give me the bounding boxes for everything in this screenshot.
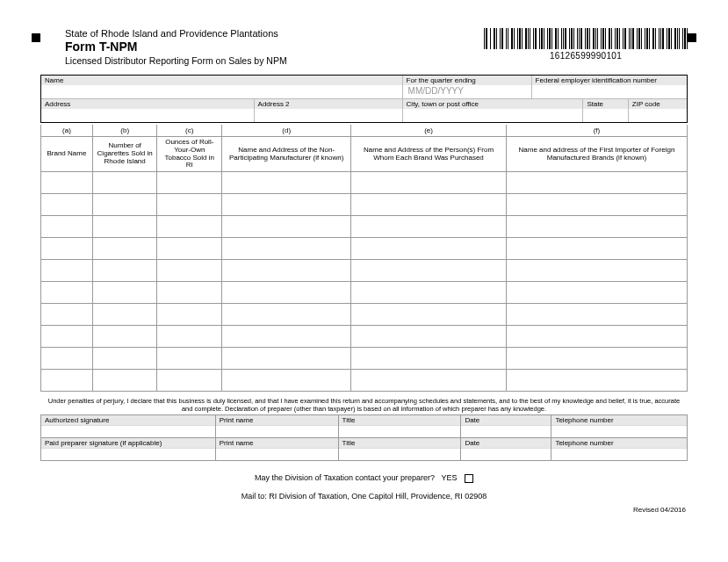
- name-label: Name: [41, 76, 402, 85]
- head-ryo: Ounces of Roll-Your-Own Tobacco Sold in …: [157, 137, 222, 172]
- barcode-number: 16126599990101: [484, 51, 688, 61]
- col-headers-row: Brand Name Number of Cigarettes Sold in …: [41, 137, 688, 172]
- city-label: City, town or post office: [403, 99, 583, 109]
- table-row: [41, 238, 688, 260]
- barcode-icon: [484, 28, 688, 49]
- address2-label: Address 2: [255, 99, 402, 109]
- table-row: [41, 304, 688, 326]
- revised-line: Revised 04/2016: [32, 506, 686, 514]
- date-label-1: Date: [461, 415, 551, 426]
- contact-preparer-line: May the Division of Taxation contact you…: [32, 473, 696, 483]
- table-row: [41, 172, 688, 194]
- col-d: (d): [222, 125, 351, 137]
- table-row: [41, 260, 688, 282]
- npm-table-body: [41, 172, 688, 392]
- col-letters-row: (a) (b) (c) (d) (e) (f): [41, 125, 688, 137]
- fein-label: Federal employer identification number: [532, 76, 687, 85]
- title-label-2: Title: [339, 438, 461, 449]
- head-npm: Name and Address of the Non-Participatin…: [222, 137, 351, 172]
- phone-label-2: Telephone number: [551, 438, 687, 449]
- table-row: [41, 370, 688, 392]
- quarter-label: For the quarter ending: [403, 76, 531, 85]
- print-label-2: Print name: [216, 438, 338, 449]
- address-label: Address: [41, 99, 254, 109]
- head-brand: Brand Name: [41, 137, 93, 172]
- col-a: (a): [41, 125, 93, 137]
- phone-label-1: Telephone number: [551, 415, 687, 426]
- table-row: [41, 326, 688, 348]
- identity-fields: Name For the quarter ending MM/DD/YYYY F…: [40, 75, 688, 123]
- paid-sig-label: Paid preparer signature (if applicable): [41, 438, 215, 449]
- zip-field[interactable]: [629, 109, 687, 122]
- npm-table: (a) (b) (c) (d) (e) (f) Brand Name Numbe…: [40, 125, 688, 392]
- barcode-block: 16126599990101: [484, 28, 688, 61]
- head-importer: Name and address of the First Importer o…: [506, 137, 687, 172]
- signature-row-preparer: Paid preparer signature (if applicable) …: [41, 438, 688, 461]
- crop-mark-tr: [688, 33, 696, 42]
- title-block: State of Rhode Island and Providence Pla…: [65, 28, 287, 66]
- head-purchased-from: Name and Address of the Person(s) From W…: [351, 137, 507, 172]
- col-f: (f): [506, 125, 687, 137]
- perjury-statement: Under penalties of perjury, I declare th…: [42, 397, 686, 413]
- crop-mark-tl: [32, 33, 40, 42]
- quarter-field[interactable]: MM/DD/YYYY: [403, 85, 531, 98]
- print-label-1: Print name: [216, 415, 338, 426]
- form-title: Form T-NPM: [65, 40, 287, 54]
- signature-table: Authorized signature Print name Title Da…: [40, 414, 688, 461]
- table-row: [41, 348, 688, 370]
- yes-text: YES: [441, 473, 457, 482]
- state-line: State of Rhode Island and Providence Pla…: [65, 28, 287, 39]
- state-field[interactable]: [583, 109, 627, 122]
- col-b: (b): [92, 125, 157, 137]
- state-label: State: [583, 99, 627, 109]
- date-label-2: Date: [461, 438, 551, 449]
- name-field[interactable]: [41, 85, 402, 98]
- yes-checkbox[interactable]: [465, 474, 473, 483]
- address2-field[interactable]: [255, 109, 402, 122]
- title-label-1: Title: [339, 415, 461, 426]
- contact-text: May the Division of Taxation contact you…: [255, 473, 435, 482]
- head-cig: Number of Cigarettes Sold in Rhode Islan…: [92, 137, 157, 172]
- address-field[interactable]: [41, 109, 254, 122]
- table-row: [41, 216, 688, 238]
- form-page: State of Rhode Island and Providence Pla…: [0, 0, 728, 531]
- city-field[interactable]: [403, 109, 583, 122]
- zip-label: ZIP code: [629, 99, 687, 109]
- table-row: [41, 282, 688, 304]
- header: State of Rhode Island and Providence Pla…: [65, 28, 688, 66]
- fein-field[interactable]: [532, 85, 687, 98]
- auth-sig-label: Authorized signature: [41, 415, 215, 426]
- col-e: (e): [351, 125, 507, 137]
- signature-row-auth: Authorized signature Print name Title Da…: [41, 415, 688, 438]
- col-c: (c): [157, 125, 222, 137]
- form-subtitle: Licensed Distributor Reporting Form on S…: [65, 55, 287, 66]
- table-row: [41, 194, 688, 216]
- mail-to-line: Mail to: RI Division of Taxation, One Ca…: [32, 492, 696, 501]
